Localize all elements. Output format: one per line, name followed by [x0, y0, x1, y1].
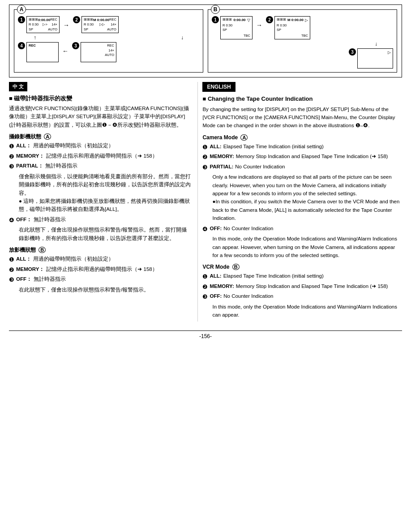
diagram-area: A 1 ⊞⊞⊞ 0:00.00 REC R 0:30▷>14× SPAUTO — [9, 4, 402, 77]
num-2-a: 2 — [73, 16, 80, 23]
en-vcr-item-1: ❶ ALL: Elapsed Tape Time Indication (ini… — [202, 272, 402, 281]
zh-camera-item-3: ❸ PARTIAL： 無計時器指示 僅會顯示幾個指示，以便能夠清晰地看見畫面的所… — [9, 162, 191, 213]
en-camera-item-2: ❷ MEMORY: Memory Stop Indication and Ela… — [202, 153, 402, 162]
screen-a3: REC 14× AUTO — [81, 42, 116, 62]
en-vcr-item-2: ❷ MEMORY: Memory Stop Indication and Ela… — [202, 283, 402, 292]
num-1-a: 1 — [18, 16, 25, 23]
screen-b3: ▷ — [357, 48, 393, 69]
screen-a2: ⊞⊞⊞ M 0:00.00 REC R 0:30▷▷14× SPAUTO — [81, 16, 119, 33]
en-camera-item-1: ❶ ALL: Elapsed Tape Time Indication (ini… — [202, 143, 402, 152]
screen-a1: ⊞⊞⊞ 0:00.00 REC R 0:30▷>14× SPAUTO — [26, 16, 60, 33]
zh-camera-item-4: ❹ OFF： 無計時器指示 在此狀態下，僅會出現操作狀態指示和警告/報警指示。然… — [9, 216, 191, 242]
zh-vcr-item-2: ❷ MEMORY： 記憶停止指示和用過的磁帶時間指示（➜ 158） — [9, 266, 191, 275]
en-camera-item-4: ❹ OFF: No Counter Indication In this mod… — [202, 225, 402, 260]
content-area: 中 文 ■ 磁帶計時器指示的改變 通過改變[VCR FUNCTIONS](錄像功… — [9, 82, 402, 321]
chinese-title: ■ 磁帶計時器指示的改變 — [9, 94, 191, 103]
arrow-down-2: ↓ — [181, 34, 184, 41]
screen-b2: ⊞⊞⊞ M 0:00.00 ▷ R 0:30 SP TBC — [274, 16, 310, 39]
english-lang-header: ENGLISH — [202, 82, 235, 92]
arrow-left-1: ← — [62, 47, 68, 55]
camera-mode-en-title: Camera Mode A — [202, 133, 402, 142]
chinese-column: 中 文 ■ 磁帶計時器指示的改變 通過改變[VCR FUNCTIONS](錄像功… — [9, 82, 197, 321]
english-title: ■ Changing the Tape Counter Indication — [202, 94, 402, 103]
zh-vcr-item-1: ❶ ALL： 用過的磁帶時間指示（初始設定） — [9, 255, 191, 264]
arrow-down-b: ↓ — [375, 41, 377, 47]
section-b-label: B — [211, 5, 220, 14]
arrow-right-1: → — [63, 21, 69, 29]
num-1-b: 1 — [212, 16, 219, 23]
page-number: -156- — [199, 333, 212, 339]
en-vcr-item-3: ❸ OFF: No Counter Indication In this mod… — [202, 292, 402, 319]
screen-b1: ⊞⊞⊞ 0:00.00 ▽ R 0:30 SP TBC — [220, 16, 253, 39]
camera-mode-zh-title: 攝錄影機狀態 A — [9, 133, 191, 141]
vcr-mode-en-title: VCR Mode B — [202, 263, 402, 271]
arrow-right-b: → — [256, 21, 262, 29]
zh-vcr-item-3: ❸ OFF： 無計時器指示 在此狀態下，僅會出現操作狀態指示和警告/報警指示。 — [9, 275, 191, 294]
vcr-mode-zh-title: 放影機狀態 B — [9, 246, 191, 254]
zh-camera-item-2: ❷ MEMORY： 記憶停止指示和用過的磁帶時間指示（➜ 158） — [9, 152, 191, 161]
num-3-b: 3 — [349, 48, 356, 56]
page-footer: -156- — [9, 330, 402, 339]
chinese-lang-header: 中 文 — [9, 82, 27, 91]
english-column: ENGLISH ■ Changing the Tape Counter Indi… — [197, 82, 402, 321]
num-2-b: 2 — [266, 16, 273, 23]
chinese-intro: 通過改變[VCR FUNCTIONS](錄像功能）主菜單或[CAMERA FUN… — [9, 104, 191, 129]
arrow-up-1: ↑ — [34, 34, 36, 41]
screen-a4: REC — [26, 42, 59, 62]
zh-camera-item-1: ❶ ALL： 用過的磁帶時間指示（初始設定） — [9, 142, 191, 151]
english-intro: By changing the setting for [DISPLAY] on… — [202, 105, 402, 130]
section-a-label: A — [17, 5, 26, 14]
en-camera-item-3: ❸ PARTIAL: No Counter Indication Only a … — [202, 163, 402, 223]
num-3-a: 3 — [72, 42, 79, 49]
num-4-a: 4 — [18, 42, 25, 49]
